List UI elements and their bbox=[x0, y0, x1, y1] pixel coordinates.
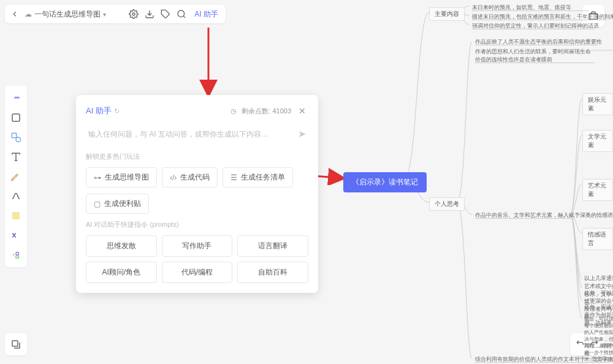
tool-more[interactable]: + bbox=[7, 246, 25, 264]
left-toolbar: + bbox=[5, 86, 27, 267]
tool-mindmap[interactable] bbox=[7, 227, 25, 244]
svg-rect-4 bbox=[15, 97, 20, 99]
tool-pen[interactable] bbox=[7, 168, 25, 185]
doc-title-dropdown[interactable]: ☁ 一句话生成思维导图 ▾ bbox=[25, 9, 123, 20]
tag-icon[interactable] bbox=[160, 9, 171, 20]
chip-sticky[interactable]: ▢生成便利贴 bbox=[86, 194, 149, 214]
prompt-diverge[interactable]: 思维发散 bbox=[86, 235, 157, 257]
send-button[interactable]: ➤ bbox=[298, 128, 306, 140]
prompt-code[interactable]: 代码/编程 bbox=[162, 262, 233, 283]
settings-icon[interactable] bbox=[128, 9, 139, 20]
chip-mindmap[interactable]: ⊶生成思维导图 bbox=[86, 167, 157, 188]
list-icon: ☰ bbox=[230, 173, 237, 182]
section-hot-label: 解锁更多热门玩法 bbox=[86, 152, 308, 161]
close-button[interactable]: ✕ bbox=[296, 105, 308, 117]
svg-rect-13 bbox=[16, 256, 19, 259]
svg-rect-5 bbox=[12, 114, 20, 121]
prompt-advisor[interactable]: AI顾问/角色 bbox=[86, 262, 157, 283]
prompt-writing[interactable]: 写作助手 bbox=[162, 235, 233, 257]
mm-cat-personal[interactable]: 个人思考 bbox=[429, 197, 465, 211]
ai-assistant-button[interactable]: AI 助手 bbox=[192, 9, 221, 20]
svg-rect-10 bbox=[13, 213, 20, 219]
tool-text[interactable] bbox=[7, 148, 25, 165]
top-toolbar: ☁ 一句话生成思维导图 ▾ AI 助手 bbox=[5, 5, 226, 23]
chip-tasklist[interactable]: ☰生成任务清单 bbox=[223, 167, 293, 188]
svg-rect-6 bbox=[12, 133, 17, 138]
tool-frame[interactable] bbox=[7, 109, 25, 126]
mindmap-icon: ⊶ bbox=[94, 173, 101, 182]
mm-side-cat[interactable]: 娱乐元素 bbox=[582, 93, 613, 115]
credits-icon: ◷ bbox=[230, 107, 237, 115]
svg-line-3 bbox=[183, 16, 185, 18]
svg-text:+: + bbox=[12, 252, 15, 258]
section-prompts-label: AI 对话助手快捷指令 (prompts) bbox=[86, 220, 308, 229]
chevron-down-icon: ▾ bbox=[103, 11, 106, 18]
code-icon: ‹/› bbox=[170, 173, 177, 182]
chip-code[interactable]: ‹/›生成代码 bbox=[162, 167, 218, 188]
doc-title: 一句话生成思维导图 bbox=[34, 9, 101, 20]
mm-cat-main[interactable]: 主要内容 bbox=[429, 7, 465, 21]
tool-sticky[interactable] bbox=[7, 207, 25, 224]
tool-select[interactable] bbox=[7, 89, 25, 107]
tool-shape[interactable] bbox=[7, 129, 25, 146]
export-icon[interactable] bbox=[144, 9, 155, 20]
tool-connector[interactable] bbox=[7, 188, 25, 205]
mm-side-cat[interactable]: 艺术元素 bbox=[582, 179, 613, 201]
prompt-wiki[interactable]: 自助百科 bbox=[237, 262, 308, 283]
mm-node[interactable]: 作者的思想和人们生活的联系，要时间展现生命价值的连续性也许是在读者眼前 bbox=[475, 48, 592, 64]
mm-side-cat[interactable]: 文学元素 bbox=[582, 130, 613, 152]
mm-side-cat[interactable]: 情感语言 bbox=[582, 228, 613, 250]
credits-label: 剩余点数: 41003 bbox=[242, 107, 291, 116]
svg-rect-15 bbox=[12, 341, 18, 346]
ai-assistant-panel: AI 助手 ↻ ◷ 剩余点数: 41003 ✕ ➤ 解锁更多热门玩法 ⊶生成思维… bbox=[76, 95, 318, 293]
undo-button[interactable] bbox=[575, 338, 585, 351]
search-icon[interactable] bbox=[176, 9, 187, 20]
ai-panel-title: AI 助手 ↻ bbox=[86, 105, 120, 116]
svg-point-7 bbox=[16, 137, 21, 142]
ai-prompt-input[interactable] bbox=[88, 130, 293, 138]
svg-point-0 bbox=[132, 13, 135, 15]
svg-point-2 bbox=[178, 10, 185, 17]
back-button[interactable] bbox=[10, 9, 20, 19]
prompt-translate[interactable]: 语言翻译 bbox=[237, 235, 308, 257]
cloud-icon: ☁ bbox=[25, 10, 32, 18]
reload-icon[interactable]: ↻ bbox=[114, 107, 120, 115]
layers-button[interactable] bbox=[5, 333, 27, 355]
svg-point-12 bbox=[16, 252, 19, 256]
sticky-icon: ▢ bbox=[94, 200, 101, 208]
mindmap-root-node[interactable]: 《启示录》读书笔记 bbox=[343, 172, 427, 192]
